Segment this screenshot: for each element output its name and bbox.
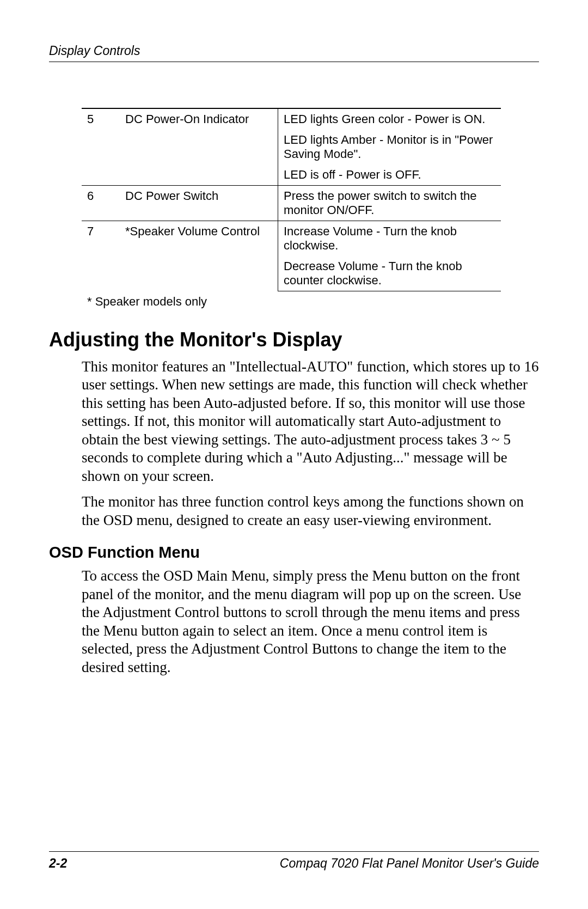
table-row: 5 DC Power-On Indicator LED lights Green… xyxy=(82,108,501,130)
page-footer: 2-2 Compaq 7020 Flat Panel Monitor User'… xyxy=(49,851,539,871)
control-desc: Press the power switch to switch the mon… xyxy=(278,186,501,221)
page-number: 2-2 xyxy=(49,856,67,871)
page-header: Display Controls xyxy=(49,44,539,62)
body-paragraph: To access the OSD Main Menu, simply pres… xyxy=(82,567,539,676)
table-row: 7 *Speaker Volume Control Increase Volum… xyxy=(82,221,501,257)
row-number: 6 xyxy=(82,186,120,221)
body-paragraph: This monitor features an "Intellectual-A… xyxy=(82,358,539,485)
section-heading: Adjusting the Monitor's Display xyxy=(49,328,539,351)
footer-title: Compaq 7020 Flat Panel Monitor User's Gu… xyxy=(280,856,539,871)
row-number: 5 xyxy=(82,108,120,186)
control-desc: LED lights Amber - Monitor is in "Power … xyxy=(278,130,501,164)
table-row: 6 DC Power Switch Press the power switch… xyxy=(82,186,501,221)
controls-table: 5 DC Power-On Indicator LED lights Green… xyxy=(82,108,501,291)
control-desc: Decrease Volume - Turn the knob counter … xyxy=(278,256,501,291)
document-page: Display Controls 5 DC Power-On Indicator… xyxy=(0,0,588,909)
control-name: *Speaker Volume Control xyxy=(120,221,278,291)
control-desc: Increase Volume - Turn the knob clockwis… xyxy=(278,221,501,257)
row-number: 7 xyxy=(82,221,120,291)
control-desc: LED lights Green color - Power is ON. xyxy=(278,108,501,130)
body-paragraph: The monitor has three function control k… xyxy=(82,493,539,529)
control-name: DC Power Switch xyxy=(120,186,278,221)
control-name: DC Power-On Indicator xyxy=(120,108,278,186)
control-desc: LED is off - Power is OFF. xyxy=(278,164,501,186)
subsection-heading: OSD Function Menu xyxy=(49,544,539,562)
table-footnote: * Speaker models only xyxy=(87,295,539,309)
